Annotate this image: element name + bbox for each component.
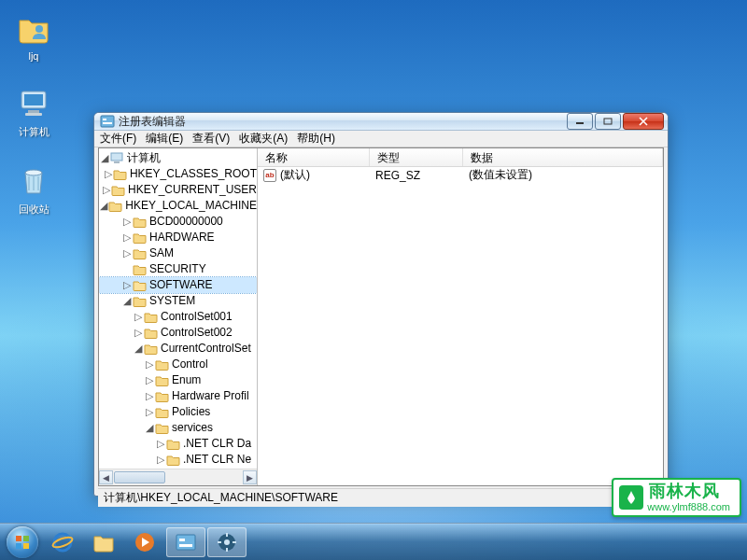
list-header: 名称 类型 数据 [258, 148, 663, 167]
value-row-default[interactable]: ab (默认) REG_SZ (数值未设置) [258, 167, 663, 183]
tree-label: HKEY_CLASSES_ROOT [130, 166, 257, 182]
svg-rect-7 [103, 119, 106, 120]
taskbar-regedit[interactable] [166, 527, 205, 557]
values-pane[interactable]: 名称 类型 数据 ab (默认) REG_SZ (数值未设置) [258, 148, 663, 485]
folder-icon [166, 454, 180, 466]
folder-open-icon [133, 279, 147, 291]
expand-icon[interactable]: ▷ [121, 214, 132, 230]
taskbar [0, 523, 747, 560]
expand-icon[interactable]: ▷ [133, 309, 143, 325]
scroll-right-button[interactable]: ▶ [243, 470, 257, 484]
tree-node[interactable]: ▷Enum [99, 372, 257, 388]
menu-file[interactable]: 文件(F) [100, 131, 136, 147]
tree-node[interactable]: ▷SAM [99, 245, 257, 261]
tree-label: HKEY_CURRENT_USER [128, 182, 257, 198]
gear-icon [216, 531, 238, 553]
maximize-button[interactable] [595, 113, 621, 130]
scroll-thumb[interactable] [114, 471, 165, 483]
statusbar: 计算机\HKEY_LOCAL_MACHINE\SOFTWARE [98, 488, 664, 507]
tree-node[interactable]: ▷ControlSet002 [99, 325, 257, 341]
tree-node[interactable]: SECURITY [99, 261, 257, 277]
taskbar-wmp[interactable] [125, 527, 164, 557]
expand-icon[interactable]: ▷ [155, 436, 165, 452]
expand-icon[interactable]: ▷ [144, 357, 154, 372]
svg-rect-25 [179, 544, 192, 547]
folder-icon [155, 358, 169, 371]
tree-node-services[interactable]: ◢services [99, 420, 257, 436]
menu-help[interactable]: 帮助(H) [297, 131, 335, 147]
collapse-icon[interactable]: ◢ [121, 293, 132, 309]
expand-icon[interactable]: ▷ [121, 245, 132, 261]
tree-node-computer[interactable]: ◢ 计算机 [99, 150, 257, 166]
collapse-icon[interactable]: ◢ [133, 341, 143, 357]
tree-node-software-selected[interactable]: ▷SOFTWARE [99, 277, 257, 293]
tree-label: Hardware Profil [172, 388, 249, 404]
start-button[interactable] [4, 524, 41, 561]
folder-open-icon [108, 200, 122, 212]
menu-favorites[interactable]: 收藏夹(A) [239, 131, 288, 147]
expand-icon[interactable]: ▷ [144, 404, 154, 420]
menu-view[interactable]: 查看(V) [192, 131, 230, 147]
expand-icon[interactable]: ▷ [133, 325, 143, 341]
tree-node-ccs[interactable]: ◢CurrentControlSet [99, 341, 257, 357]
minimize-button[interactable] [567, 113, 593, 130]
tree-node-hkcu[interactable]: ▷HKEY_CURRENT_USER [99, 182, 257, 198]
tree-node-system[interactable]: ◢SYSTEM [99, 293, 257, 309]
folder-icon [133, 295, 147, 307]
desktop-icon-computer[interactable]: 计算机 [7, 84, 60, 139]
tree-node[interactable]: ▷.NET CLR Da [99, 436, 257, 452]
content-area: ◢ 计算机 ▷HKEY_CLASSES_ROOT ▷HKEY_CURRENT_U… [98, 147, 664, 486]
titlebar[interactable]: 注册表编辑器 [94, 113, 668, 131]
svg-rect-8 [103, 122, 112, 124]
expand-icon[interactable]: ▷ [144, 372, 154, 388]
expand-icon[interactable]: ▷ [103, 182, 110, 198]
folder-icon [113, 168, 127, 180]
column-type[interactable]: 类型 [370, 148, 463, 166]
taskbar-app2[interactable] [207, 527, 247, 557]
desktop-icon-label: 计算机 [19, 126, 49, 137]
tree-label: Policies [172, 404, 210, 420]
expand-icon[interactable]: ▷ [121, 277, 132, 293]
registry-editor-window: 注册表编辑器 文件(F) 编辑(E) 查看(V) 收藏夹(A) 帮助(H) ◢ … [93, 112, 669, 497]
column-data[interactable]: 数据 [463, 148, 663, 166]
tree-label: BCD00000000 [149, 214, 223, 230]
folder-icon [133, 216, 147, 228]
taskbar-explorer[interactable] [84, 527, 123, 557]
expand-icon[interactable]: ▷ [155, 452, 165, 468]
tree-node[interactable]: ▷BCD00000000 [99, 214, 257, 230]
folder-icon [155, 422, 169, 434]
folder-icon [155, 406, 169, 418]
close-button[interactable] [623, 113, 664, 130]
tree-node[interactable]: ▷HARDWARE [99, 230, 257, 245]
collapse-icon[interactable]: ◢ [100, 198, 107, 214]
desktop-icon-user[interactable]: ljq [7, 9, 60, 62]
tree-horizontal-scrollbar[interactable]: ◀ ▶ [99, 469, 257, 485]
tree-label: SAM [149, 245, 174, 261]
expand-icon[interactable]: ▷ [144, 388, 154, 404]
menu-edit[interactable]: 编辑(E) [146, 131, 183, 147]
svg-rect-10 [604, 119, 612, 124]
watermark-brand: 雨林木风 [649, 483, 730, 501]
tree-node-hklm[interactable]: ◢HKEY_LOCAL_MACHINE [99, 198, 257, 214]
tree-node[interactable]: ▷Control [99, 357, 257, 372]
expand-icon[interactable]: ▷ [121, 230, 132, 245]
column-name[interactable]: 名称 [258, 148, 370, 166]
taskbar-ie[interactable] [43, 527, 82, 557]
folder-icon [111, 184, 125, 196]
expand-icon[interactable]: ◢ [99, 150, 109, 166]
scroll-left-button[interactable]: ◀ [99, 470, 113, 484]
desktop-icon-recyclebin[interactable]: 回收站 [7, 161, 60, 217]
tree-pane[interactable]: ◢ 计算机 ▷HKEY_CLASSES_ROOT ▷HKEY_CURRENT_U… [99, 148, 258, 485]
expand-icon[interactable]: ▷ [105, 166, 112, 182]
window-title: 注册表编辑器 [119, 114, 565, 130]
collapse-icon[interactable]: ◢ [144, 420, 154, 436]
tree-node-hkcr[interactable]: ▷HKEY_CLASSES_ROOT [99, 166, 257, 182]
tree-node[interactable]: ▷.NET CLR Ne [99, 452, 257, 468]
tree-node[interactable]: ▷ControlSet001 [99, 309, 257, 325]
tree-node[interactable]: ▷Hardware Profil [99, 388, 257, 404]
computer-icon [15, 84, 52, 121]
tree-label: SECURITY [149, 261, 206, 277]
tree-node[interactable]: ▷Policies [99, 404, 257, 420]
folder-icon [133, 247, 147, 259]
tree-label: SYSTEM [149, 293, 195, 309]
